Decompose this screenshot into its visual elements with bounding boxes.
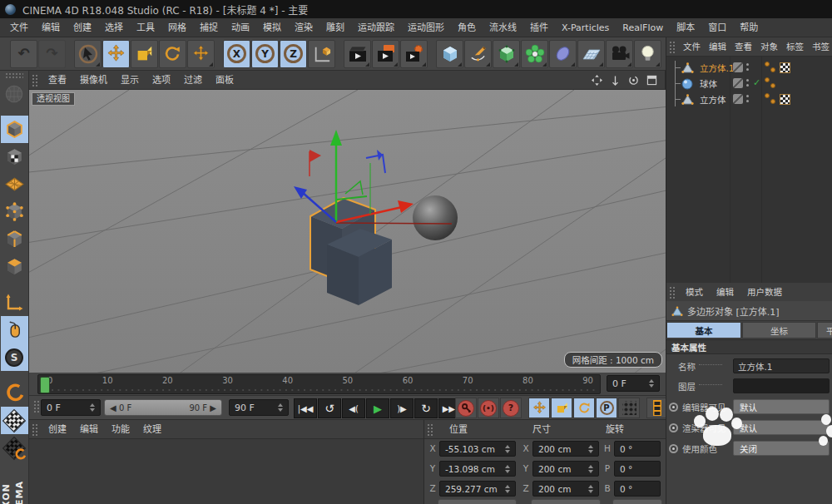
visibility-toggle-icon[interactable] [733,94,743,104]
viewport-zoom-icon[interactable] [609,74,622,86]
light-button[interactable] [634,40,661,68]
menu-item[interactable]: 脚本 [670,18,701,37]
menu-item[interactable]: 运动跟踪 [351,18,401,37]
attribute-menu-item[interactable]: 用户数据 [740,283,789,302]
rot-h-field[interactable]: 0 ° [614,441,661,457]
pos-y-field[interactable]: -13.098 cm [439,461,516,477]
render-picture-viewer-button[interactable] [372,40,399,68]
menu-item[interactable]: RealFlow [616,18,670,37]
editor-render-dots-icon[interactable] [746,79,749,86]
material-dock-button[interactable] [1,407,28,434]
preview-range-slider[interactable]: ◀ 0 F 90 F ▶ [104,399,222,416]
rotate-tool-button[interactable] [159,40,186,68]
coordinate-system-button[interactable] [308,40,335,68]
menu-item[interactable]: 编辑 [35,18,67,37]
panel-grip[interactable] [669,286,676,299]
visibility-toggle-icon[interactable] [733,62,743,72]
spinner-icon[interactable] [87,403,95,412]
rot-b-field[interactable]: 0 ° [614,481,661,497]
edges-mode-button[interactable] [1,225,28,253]
size-header[interactable]: 尺寸 [526,420,557,439]
enabled-dot-icon[interactable] [765,93,770,98]
material-menu-item[interactable]: 创建 [42,420,73,439]
tab-coordinates[interactable]: 坐标 [742,322,816,338]
om-menu-item[interactable]: 编辑 [705,37,730,57]
menu-item[interactable]: 工具 [130,18,161,37]
viewport-pan-icon[interactable] [591,74,603,86]
snap-hook-button[interactable] [1,379,28,407]
texture-mode-button[interactable] [1,143,28,170]
om-menu-item[interactable]: 书签 [808,37,832,57]
environment-button[interactable] [577,40,605,68]
enabled-dot-icon[interactable] [765,62,770,67]
basic-properties-section[interactable]: 基本属性 [666,339,832,354]
viewport-solo-button[interactable] [1,316,28,343]
editor-render-dots-icon[interactable] [746,95,749,102]
render-view-button[interactable] [344,40,371,68]
record-keyframe-button[interactable] [455,398,477,418]
material-menu-item[interactable]: 纹理 [136,420,168,439]
axis-mode-button[interactable] [1,289,28,316]
panel-grip[interactable] [427,423,434,436]
attribute-menu-item[interactable]: 编辑 [710,283,740,302]
attribute-menu-item[interactable]: 模式 [679,283,710,302]
subdivision-surface-button[interactable] [493,40,520,68]
snap-button[interactable]: S [1,343,28,371]
material-list-empty[interactable] [29,439,423,504]
radio-icon[interactable] [669,444,678,453]
position-header[interactable]: 位置 [443,420,474,439]
viewport-menu-item[interactable]: 过滤 [177,71,209,90]
model-mode-button[interactable] [1,116,28,143]
pos-z-field[interactable]: 259.277 cm [439,481,516,497]
key-position-toggle[interactable] [528,398,550,418]
menu-item[interactable]: 文件 [3,18,35,37]
spline-pen-button[interactable] [464,40,492,68]
camera-button[interactable] [606,40,633,68]
material-menu-item[interactable]: 功能 [105,420,136,439]
move-tool-button[interactable] [102,40,130,68]
layer-field[interactable] [733,378,830,393]
tab-basic[interactable]: 基本 [666,322,741,338]
coord-size-mode-button[interactable] [531,499,601,504]
previous-frame-button[interactable]: ◀( [342,398,365,418]
panel-grip[interactable] [669,41,676,53]
menu-item[interactable]: 雕刻 [319,18,351,37]
spinner-icon[interactable] [646,379,654,388]
timeline-ruler[interactable]: 0102030405060708090 [37,374,601,394]
object-tree[interactable]: 立方体.1 球体 ✓ 立方体 [666,57,832,283]
next-frame-button[interactable]: )▶ [390,398,414,418]
key-scale-toggle[interactable] [551,398,572,418]
y-axis-lock-button[interactable]: Y [251,40,279,68]
autokey-button[interactable]: (•) [478,398,499,418]
size-z-field[interactable]: 200 cm [532,481,599,497]
menu-item[interactable]: 捕捉 [193,18,225,37]
menu-item[interactable]: 窗口 [701,18,733,37]
menu-item[interactable]: 选择 [98,18,130,37]
editor-render-dots-icon[interactable] [746,63,749,71]
texture-tag-icon[interactable] [780,62,790,73]
radio-icon[interactable] [669,403,678,412]
menu-item[interactable]: 网格 [161,18,193,37]
texture-tag-icon[interactable] [780,94,790,105]
menu-item[interactable]: 插件 [523,18,555,37]
sphere-object[interactable] [413,195,458,240]
viewport-menu-item[interactable]: 查看 [42,71,73,90]
live-selection-button[interactable] [74,40,102,68]
menu-item[interactable]: 渲染 [288,18,319,37]
polygons-mode-button[interactable] [1,253,28,280]
x-axis-lock-button[interactable]: X [223,40,250,68]
menu-item[interactable]: 模拟 [256,18,288,37]
range-start-field[interactable]: 0 F [41,399,101,416]
enabled-dot-icon[interactable] [770,67,775,72]
spinner-icon[interactable] [275,403,283,412]
name-field[interactable]: 立方体.1 [733,358,830,373]
coord-apply-button[interactable] [612,499,662,504]
menu-item[interactable]: 角色 [451,18,483,37]
menu-item[interactable]: 运动图形 [401,18,451,37]
workplane-mode-button[interactable] [1,170,28,198]
c4d-logo-button[interactable] [1,434,28,462]
enabled-check-icon[interactable]: ✓ [753,77,760,88]
play-forward-loop-button[interactable]: ↻ [414,398,438,418]
scene-3d[interactable] [29,90,666,373]
viewport-rotate-icon[interactable] [627,74,640,86]
